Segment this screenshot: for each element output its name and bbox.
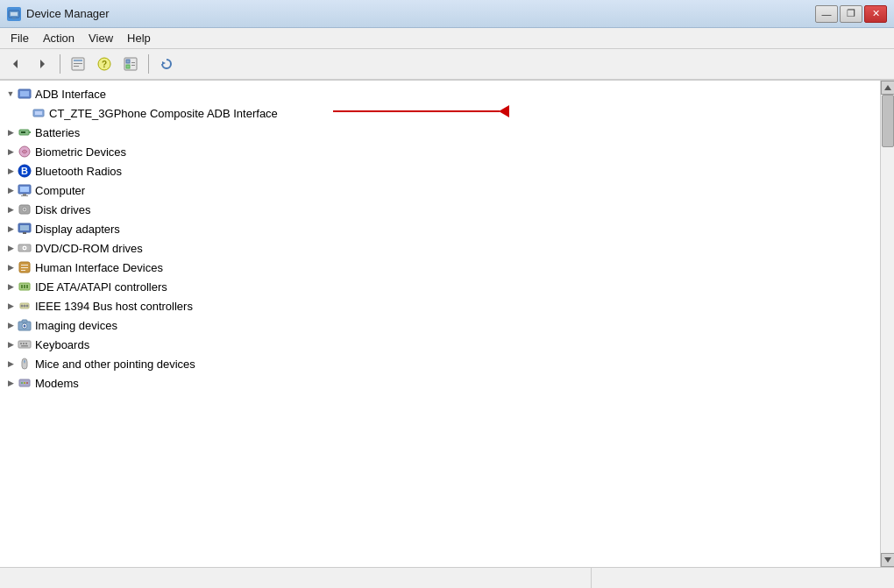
icon-adb-child bbox=[32, 106, 46, 120]
refresh-button[interactable] bbox=[154, 53, 179, 75]
svg-rect-23 bbox=[21, 131, 25, 133]
icon-biometric bbox=[18, 145, 32, 159]
title-buttons: — ❐ ✕ bbox=[815, 5, 887, 23]
svg-rect-46 bbox=[24, 285, 25, 288]
svg-rect-7 bbox=[74, 63, 82, 64]
expander-hid[interactable] bbox=[4, 260, 18, 274]
expander-imaging[interactable] bbox=[4, 318, 18, 332]
svg-rect-12 bbox=[126, 60, 130, 63]
svg-rect-36 bbox=[23, 232, 26, 234]
minimize-button[interactable]: — bbox=[815, 5, 838, 23]
menu-file[interactable]: File bbox=[4, 30, 36, 46]
collapse-button[interactable] bbox=[118, 53, 143, 75]
expander-disk[interactable] bbox=[4, 202, 18, 216]
svg-point-51 bbox=[26, 305, 29, 308]
tree-item-keyboards[interactable]: Keyboards bbox=[0, 335, 880, 354]
tree-item-bluetooth[interactable]: B Bluetooth Radios bbox=[0, 161, 880, 181]
menu-action[interactable]: Action bbox=[36, 30, 82, 46]
svg-marker-16 bbox=[162, 61, 166, 65]
forward-button[interactable] bbox=[30, 53, 54, 75]
expander-modems[interactable] bbox=[4, 376, 18, 390]
label-ide: IDE ATA/ATAPI controllers bbox=[35, 280, 167, 294]
svg-rect-13 bbox=[126, 65, 130, 68]
expander-bluetooth[interactable] bbox=[4, 164, 18, 178]
svg-rect-53 bbox=[22, 320, 27, 322]
icon-ieee bbox=[18, 299, 32, 313]
svg-rect-29 bbox=[23, 194, 26, 195]
label-mice: Mice and other pointing devices bbox=[35, 358, 195, 371]
properties-button[interactable] bbox=[66, 53, 90, 75]
back-button[interactable] bbox=[4, 53, 28, 75]
expander-ide[interactable] bbox=[4, 280, 18, 294]
expander-batteries[interactable] bbox=[4, 125, 18, 139]
toolbar-separator-2 bbox=[148, 54, 149, 74]
scroll-track[interactable] bbox=[882, 95, 894, 553]
scroll-thumb[interactable] bbox=[882, 95, 894, 147]
svg-point-64 bbox=[21, 382, 23, 384]
device-tree[interactable]: ADB Interface CT_ZTE_3GPhone Composite A… bbox=[0, 81, 880, 567]
svg-rect-47 bbox=[26, 285, 28, 288]
svg-point-49 bbox=[21, 305, 24, 308]
tree-item-modems[interactable]: Modems bbox=[0, 373, 880, 393]
tree-item-biometric[interactable]: Biometric Devices bbox=[0, 142, 880, 161]
label-biometric: Biometric Devices bbox=[35, 145, 126, 159]
svg-rect-45 bbox=[21, 285, 23, 288]
icon-ide bbox=[18, 280, 32, 294]
expander-ieee[interactable] bbox=[4, 299, 18, 313]
tree-item-display[interactable]: Display adapters bbox=[0, 219, 880, 238]
svg-rect-30 bbox=[21, 195, 28, 196]
svg-marker-4 bbox=[40, 60, 45, 68]
tree-item-adb-child[interactable]: CT_ZTE_3GPhone Composite ADB Interface bbox=[0, 103, 880, 123]
label-computer: Computer bbox=[35, 184, 85, 197]
expander-biometric[interactable] bbox=[4, 145, 18, 159]
expander-display[interactable] bbox=[4, 222, 18, 236]
svg-rect-28 bbox=[20, 187, 29, 192]
svg-rect-22 bbox=[29, 131, 31, 133]
menu-help[interactable]: Help bbox=[120, 30, 158, 46]
expander-dvd[interactable] bbox=[4, 241, 18, 255]
svg-rect-15 bbox=[131, 65, 135, 66]
svg-point-33 bbox=[24, 209, 25, 210]
svg-marker-3 bbox=[13, 60, 18, 68]
tree-item-imaging[interactable]: Imaging devices bbox=[0, 315, 880, 335]
tree-item-batteries[interactable]: Batteries bbox=[0, 123, 880, 142]
tree-item-ieee[interactable]: IEEE 1394 Bus host controllers bbox=[0, 296, 880, 315]
label-display: Display adapters bbox=[35, 223, 120, 236]
label-dvd: DVD/CD-ROM drives bbox=[35, 242, 143, 255]
tree-item-mice[interactable]: Mice and other pointing devices bbox=[0, 354, 880, 373]
svg-rect-41 bbox=[21, 265, 28, 266]
label-modems: Modems bbox=[35, 377, 79, 390]
tree-item-computer[interactable]: Computer bbox=[0, 181, 880, 200]
tree-item-hid[interactable]: Human Interface Devices bbox=[0, 258, 880, 277]
svg-rect-56 bbox=[18, 341, 31, 348]
scroll-down-button[interactable] bbox=[881, 553, 895, 567]
svg-rect-57 bbox=[20, 343, 22, 344]
close-button[interactable]: ✕ bbox=[864, 5, 887, 23]
label-adb-child: CT_ZTE_3GPhone Composite ADB Interface bbox=[49, 107, 278, 120]
help-button[interactable]: ? bbox=[92, 53, 117, 75]
tree-item-ide[interactable]: IDE ATA/ATAPI controllers bbox=[0, 277, 880, 296]
expander-adb[interactable] bbox=[4, 87, 18, 101]
arrow-head bbox=[499, 105, 509, 117]
svg-point-65 bbox=[24, 382, 25, 384]
menu-view[interactable]: View bbox=[82, 30, 120, 46]
scroll-up-button[interactable] bbox=[881, 81, 895, 95]
expander-mice[interactable] bbox=[4, 357, 18, 371]
svg-rect-58 bbox=[23, 343, 25, 344]
maximize-button[interactable]: ❐ bbox=[840, 5, 862, 23]
label-keyboards: Keyboards bbox=[35, 338, 89, 351]
toolbar: ? bbox=[0, 49, 894, 81]
status-right bbox=[592, 568, 894, 588]
expander-computer[interactable] bbox=[4, 183, 18, 197]
icon-hid bbox=[18, 260, 32, 274]
tree-item-disk[interactable]: Disk drives bbox=[0, 200, 880, 219]
scrollbar[interactable] bbox=[880, 81, 894, 567]
icon-modems bbox=[18, 376, 32, 390]
tree-item-adb[interactable]: ADB Interface bbox=[0, 84, 880, 103]
svg-rect-60 bbox=[21, 345, 28, 347]
svg-rect-20 bbox=[35, 111, 42, 115]
tree-item-dvd[interactable]: DVD/CD-ROM drives bbox=[0, 238, 880, 258]
status-bar bbox=[0, 567, 894, 588]
svg-text:B: B bbox=[21, 166, 28, 176]
expander-keyboards[interactable] bbox=[4, 337, 18, 351]
